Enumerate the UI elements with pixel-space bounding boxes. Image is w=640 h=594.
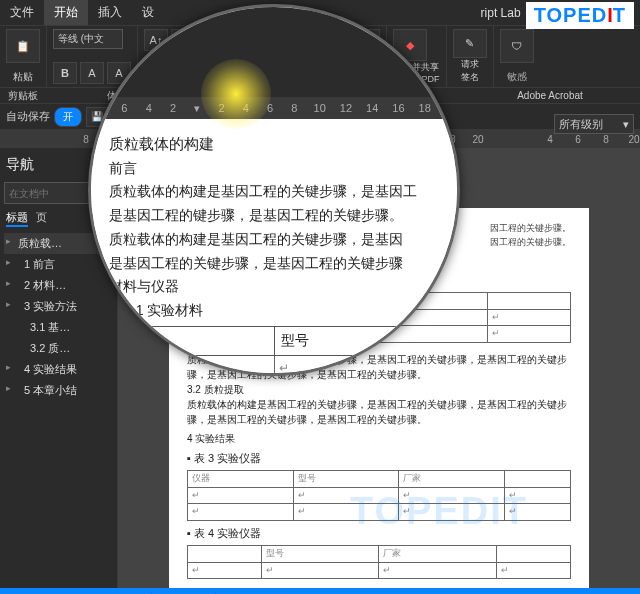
nav-tree-item[interactable]: 5 本章小结 xyxy=(4,380,113,401)
menu-file[interactable]: 文件 xyxy=(0,0,44,25)
nav-tree: 质粒载…1 前言2 材料…3 实验方法3.1 基…3.2 质…4 实验结果5 本… xyxy=(4,233,113,401)
nav-tree-item[interactable]: 3.1 基… xyxy=(4,317,113,338)
nav-tree-item[interactable]: 3 实验方法 xyxy=(4,296,113,317)
lens-ruler: 8642▾2468101214161820 xyxy=(91,97,457,119)
menu-scriptlab-a[interactable]: ript Lab xyxy=(471,0,531,25)
ribbon-clipboard: 📋 粘贴 xyxy=(0,26,47,87)
ribbon-sign: ✎ 请求签名 xyxy=(447,26,494,87)
brand-logo: TOPEDIT xyxy=(526,2,634,29)
nav-tab-pages[interactable]: 页 xyxy=(36,210,47,227)
magnifier-lens: 8642▾2468101214161820 质粒载体的构建 前言 质粒载体的构建… xyxy=(88,4,460,376)
nav-tree-item[interactable]: 2 材料… xyxy=(4,275,113,296)
status-bar: 第 5 页，共 7 页 1090 个字 1217 个字符 ⌨ 中文(中国) 🦽 xyxy=(0,588,640,594)
nav-tree-item[interactable]: 4 实验结果 xyxy=(4,359,113,380)
ribbon-sens: 🛡 敏感 xyxy=(494,26,540,87)
paste-button[interactable]: 📋 xyxy=(6,29,40,63)
paste-label: 粘贴 xyxy=(6,70,40,84)
table-4: 型号厂家 ↵↵↵↵ xyxy=(187,545,571,579)
lens-title: 质粒载体的构建 xyxy=(109,131,439,157)
font-family-select[interactable]: 等线 (中文 xyxy=(53,29,123,49)
table3-caption: ▪ 表 3 实验仪器 xyxy=(187,450,571,467)
bold-button[interactable]: B xyxy=(53,62,77,84)
sensitivity-button[interactable]: 🛡 xyxy=(500,29,534,63)
lens-table1-caption: ▪ 表 1 实验材料 xyxy=(109,299,439,323)
nav-tab-headings[interactable]: 标题 xyxy=(6,210,28,227)
table4-caption: ▪ 表 4 实验仪器 xyxy=(187,525,571,542)
autosave-label: 自动保存 xyxy=(6,109,50,124)
outline-level-select[interactable]: 所有级别▾ xyxy=(554,114,634,134)
lens-preface: 前言 xyxy=(109,157,439,181)
nav-tree-item[interactable]: 1 前言 xyxy=(4,254,113,275)
format-a-button[interactable]: A xyxy=(80,62,104,84)
menu-design[interactable]: 设 xyxy=(132,0,164,25)
chevron-down-icon: ▾ xyxy=(623,118,629,131)
menu-insert[interactable]: 插入 xyxy=(88,0,132,25)
request-sign-button[interactable]: ✎ xyxy=(453,29,487,58)
menu-home[interactable]: 开始 xyxy=(44,0,88,25)
nav-tree-item[interactable]: 3.2 质… xyxy=(4,338,113,359)
table-3: 仪器型号厂家 ↵↵↵↵ ↵↵↵↵ xyxy=(187,470,571,521)
autosave-toggle[interactable]: 开 xyxy=(54,107,82,127)
